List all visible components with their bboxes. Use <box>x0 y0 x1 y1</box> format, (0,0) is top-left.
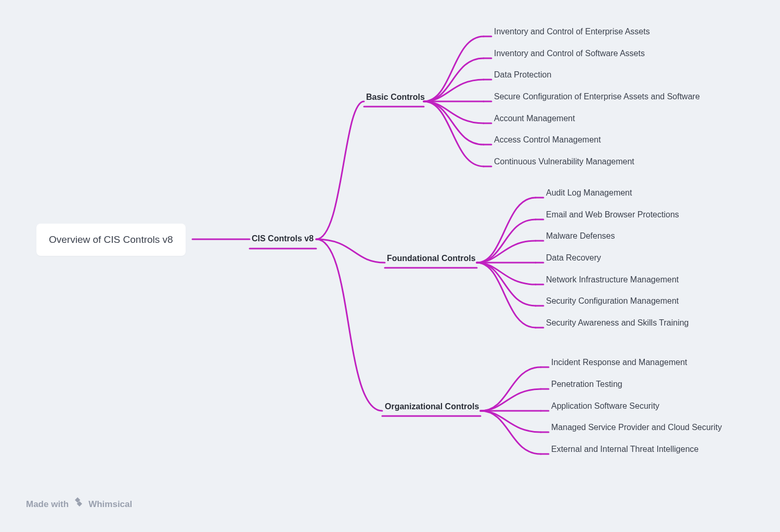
leaf-account-mgmt[interactable]: Account Management <box>494 114 575 123</box>
leaf-sec-config-mgmt[interactable]: Security Configuration Management <box>546 296 679 306</box>
footer-attribution: Made with Whimsical <box>26 497 132 511</box>
node-organizational-controls[interactable]: Organizational Controls <box>385 402 479 411</box>
footer-made-with: Made with <box>26 499 69 510</box>
leaf-email-web[interactable]: Email and Web Browser Protections <box>546 210 679 219</box>
root-label: Overview of CIS Controls v8 <box>49 234 173 245</box>
root-node[interactable]: Overview of CIS Controls v8 <box>36 224 186 256</box>
leaf-malware-defenses[interactable]: Malware Defenses <box>546 231 615 241</box>
leaf-sec-awareness[interactable]: Security Awareness and Skills Training <box>546 318 689 328</box>
leaf-inventory-software[interactable]: Inventory and Control of Software Assets <box>494 49 645 58</box>
leaf-incident-response[interactable]: Incident Response and Management <box>551 358 687 367</box>
leaf-access-control[interactable]: Access Control Management <box>494 135 601 145</box>
leaf-cont-vuln-mgmt[interactable]: Continuous Vulnerability Management <box>494 157 634 166</box>
leaf-data-protection[interactable]: Data Protection <box>494 70 551 80</box>
footer-brand: Whimsical <box>88 499 132 510</box>
leaf-audit-log[interactable]: Audit Log Management <box>546 188 632 198</box>
node-foundational-controls[interactable]: Foundational Controls <box>387 254 476 263</box>
leaf-pentest[interactable]: Penetration Testing <box>551 380 622 389</box>
leaf-network-infra[interactable]: Network Infrastructure Management <box>546 275 679 284</box>
node-cis-controls[interactable]: CIS Controls v8 <box>252 234 314 243</box>
leaf-inventory-enterprise[interactable]: Inventory and Control of Enterprise Asse… <box>494 27 650 36</box>
leaf-app-sw-security[interactable]: Application Software Security <box>551 401 659 411</box>
leaf-msp-cloud-sec[interactable]: Managed Service Provider and Cloud Secur… <box>551 423 722 432</box>
node-basic-controls[interactable]: Basic Controls <box>366 93 425 102</box>
whimsical-logo-icon <box>73 497 84 511</box>
leaf-threat-intel[interactable]: External and Internal Threat Intelligenc… <box>551 445 698 454</box>
leaf-data-recovery[interactable]: Data Recovery <box>546 253 601 263</box>
leaf-secure-config[interactable]: Secure Configuration of Enterprise Asset… <box>494 92 700 101</box>
